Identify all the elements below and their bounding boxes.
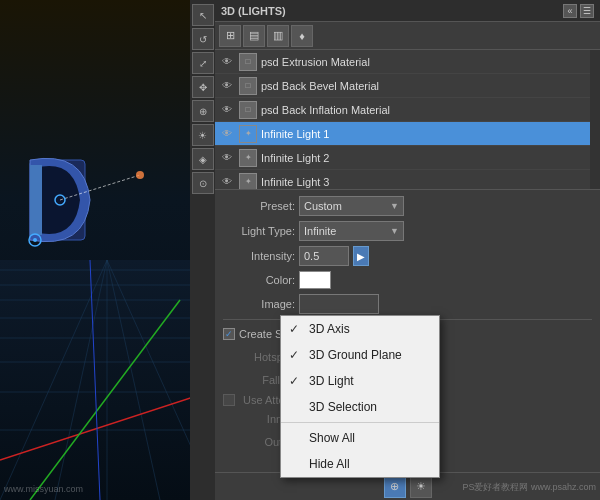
menu-item-3d-selection[interactable]: 3D Selection	[281, 394, 439, 420]
layer-thumbnail: □	[239, 53, 257, 71]
preset-row: Preset: Custom ▼	[223, 196, 592, 216]
menu-item-label: 3D Selection	[309, 400, 377, 414]
color-swatch[interactable]	[299, 271, 331, 289]
panel-controls: « ☰	[563, 4, 594, 18]
toolbar-filter-icon[interactable]: ▥	[267, 25, 289, 47]
svg-rect-20	[30, 165, 42, 235]
svg-point-23	[136, 171, 144, 179]
menu-item-3d-ground-plane[interactable]: ✓ 3D Ground Plane	[281, 342, 439, 368]
create-shadows-checkbox[interactable]: ✓	[223, 328, 235, 340]
preset-label: Preset:	[223, 200, 295, 212]
eye-icon[interactable]: 👁	[219, 174, 235, 190]
tool-pan[interactable]: ✥	[192, 76, 214, 98]
tool-material[interactable]: ◈	[192, 148, 214, 170]
bottom-btn-2[interactable]: ☀	[410, 476, 432, 498]
layer-infinite-light-2[interactable]: 👁 ✦ Infinite Light 2	[215, 146, 600, 170]
toolbar-layer-icon[interactable]: ▤	[243, 25, 265, 47]
check-icon: ✓	[289, 348, 299, 362]
svg-point-25	[33, 238, 37, 242]
tool-rotate[interactable]: ↺	[192, 28, 214, 50]
eye-icon[interactable]: 👁	[219, 54, 235, 70]
toolbar-light-icon[interactable]: ♦	[291, 25, 313, 47]
panel-collapse-btn[interactable]: «	[563, 4, 577, 18]
color-row: Color:	[223, 271, 592, 289]
image-label: Image:	[223, 298, 295, 310]
check-icon: ✓	[289, 374, 299, 388]
layer-extrusion[interactable]: 👁 □ psd Extrusion Material	[215, 50, 600, 74]
3d-scene-svg	[0, 0, 215, 500]
color-label: Color:	[223, 274, 295, 286]
preset-dropdown[interactable]: Custom ▼	[299, 196, 404, 216]
tool-scale[interactable]: ⤢	[192, 52, 214, 74]
svg-rect-1	[0, 260, 215, 500]
layer-name: Infinite Light 3	[261, 176, 596, 188]
panel-menu-btn[interactable]: ☰	[580, 4, 594, 18]
bottom-btn-active[interactable]: ⊕	[384, 476, 406, 498]
preset-value: Custom	[304, 200, 342, 212]
eye-icon[interactable]: 👁	[219, 78, 235, 94]
context-menu: ✓ 3D Axis ✓ 3D Ground Plane ✓ 3D Light 3…	[280, 315, 440, 478]
light-type-row: Light Type: Infinite ▼	[223, 221, 592, 241]
layer-name: psd Back Bevel Material	[261, 80, 596, 92]
layer-name: Infinite Light 2	[261, 152, 596, 164]
eye-icon[interactable]: 👁	[219, 126, 235, 142]
panel-title: 3D (LIGHTS)	[221, 5, 286, 17]
layers-list: 👁 □ psd Extrusion Material 👁 □ psd Back …	[215, 50, 600, 190]
light-type-label: Light Type:	[223, 225, 295, 237]
menu-item-3d-axis[interactable]: ✓ 3D Axis	[281, 316, 439, 342]
layer-thumbnail: □	[239, 77, 257, 95]
layer-infinite-light-3[interactable]: 👁 ✦ Infinite Light 3	[215, 170, 600, 190]
layer-thumbnail: ✦	[239, 173, 257, 191]
menu-item-label: 3D Axis	[309, 322, 350, 336]
menu-item-label: 3D Light	[309, 374, 354, 388]
tool-light[interactable]: ☀	[192, 124, 214, 146]
menu-item-hide-all[interactable]: Hide All	[281, 451, 439, 477]
layer-name: psd Extrusion Material	[261, 56, 596, 68]
eye-icon[interactable]: 👁	[219, 150, 235, 166]
menu-item-label: Show All	[309, 431, 355, 445]
tool-move[interactable]: ↖	[192, 4, 214, 26]
menu-item-label: Hide All	[309, 457, 350, 471]
watermark-left: www.missyuan.com	[4, 484, 83, 494]
light-type-value: Infinite	[304, 225, 336, 237]
eye-icon[interactable]: 👁	[219, 102, 235, 118]
layer-back-bevel[interactable]: 👁 □ psd Back Bevel Material	[215, 74, 600, 98]
toolbar-scene-icon[interactable]: ⊞	[219, 25, 241, 47]
preset-dropdown-arrow: ▼	[390, 201, 399, 211]
light-type-dropdown-arrow: ▼	[390, 226, 399, 236]
attenuation-checkbox[interactable]	[223, 394, 235, 406]
intensity-label: Intensity:	[223, 250, 295, 262]
image-row: Image:	[223, 294, 592, 314]
layers-scrollbar[interactable]	[590, 50, 600, 189]
intensity-value[interactable]: 0.5	[299, 246, 349, 266]
left-tools-panel: ↖ ↺ ⤢ ✥ ⊕ ☀ ◈ ⊙	[190, 0, 216, 500]
intensity-arrow-btn[interactable]: ▶	[353, 246, 369, 266]
layer-name: Infinite Light 1	[261, 128, 596, 140]
tool-zoom[interactable]: ⊕	[192, 100, 214, 122]
layer-thumbnail: ✦	[239, 149, 257, 167]
menu-item-3d-light[interactable]: ✓ 3D Light	[281, 368, 439, 394]
light-type-dropdown[interactable]: Infinite ▼	[299, 221, 404, 241]
tool-camera[interactable]: ⊙	[192, 172, 214, 194]
image-value[interactable]	[299, 294, 379, 314]
menu-separator	[281, 422, 439, 423]
layer-infinite-light-1[interactable]: 👁 ✦ Infinite Light 1	[215, 122, 600, 146]
check-icon: ✓	[289, 322, 299, 336]
intensity-row: Intensity: 0.5 ▶	[223, 246, 592, 266]
menu-item-label: 3D Ground Plane	[309, 348, 402, 362]
layer-thumbnail: □	[239, 101, 257, 119]
layer-thumbnail: ✦	[239, 125, 257, 143]
3d-toolbar: ⊞ ▤ ▥ ♦	[215, 22, 600, 50]
menu-item-show-all[interactable]: Show All	[281, 425, 439, 451]
panel-header: 3D (LIGHTS) « ☰	[215, 0, 600, 22]
canvas-area	[0, 0, 215, 500]
layer-back-inflation[interactable]: 👁 □ psd Back Inflation Material	[215, 98, 600, 122]
watermark-right: PS爱好者教程网 www.psahz.com	[462, 481, 596, 494]
layer-name: psd Back Inflation Material	[261, 104, 596, 116]
